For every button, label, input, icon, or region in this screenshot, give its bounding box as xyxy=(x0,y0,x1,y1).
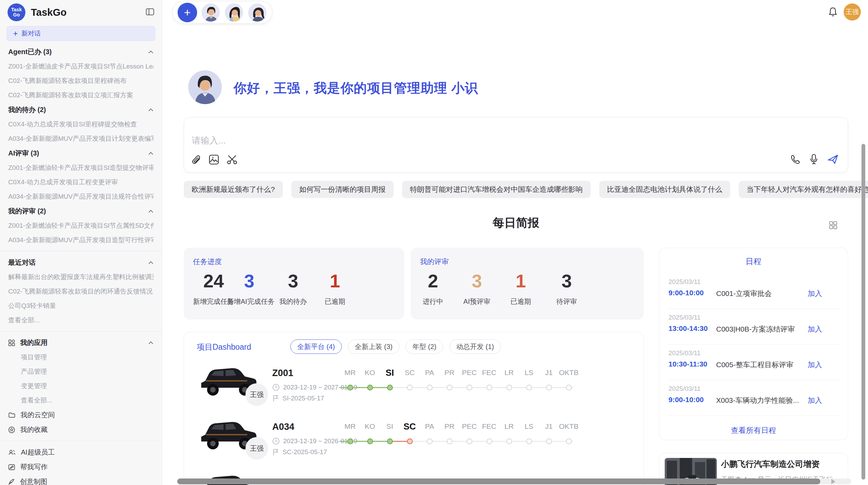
sidebar-item-change-mgmt[interactable]: 变更管理 xyxy=(8,379,154,393)
sidebar-item-ai-staff[interactable]: AI超级员工 xyxy=(8,445,154,460)
sidebar-section-my-todo[interactable]: 我的待办 (2) xyxy=(8,102,154,117)
sidebar-item[interactable]: Z001-全新燃油轻卡产品开发项目SI节点属性5D文件评审 xyxy=(8,219,154,233)
sidebar-section-my-apps[interactable]: 我的应用 xyxy=(8,335,154,350)
sidebar-item-project-mgmt[interactable]: 项目管理 xyxy=(8,350,154,364)
milestone-label: PA xyxy=(420,366,439,379)
sidebar-item[interactable]: A034-全新新能源MUV产品开发项目计划变更表编写 xyxy=(8,132,154,146)
favorites-label: 我的收藏 xyxy=(20,425,48,434)
sidebar-item[interactable]: C02-飞腾新能源轻客改款项目的闭环通告反馈情况 xyxy=(8,284,154,299)
image-icon[interactable] xyxy=(209,154,219,165)
sidebar-item-view-all[interactable]: 查看全部... xyxy=(8,313,154,327)
phone-icon[interactable] xyxy=(790,154,800,164)
notification-bell-icon[interactable] xyxy=(828,7,837,18)
milestone-dot xyxy=(360,438,380,444)
new-chat-button[interactable]: + 新对话 xyxy=(7,26,155,41)
filter-tab-year-model[interactable]: 年型 (2) xyxy=(406,339,443,354)
stat-pending-review: 3 待评审 xyxy=(544,270,589,306)
topbar-agent-pill: + xyxy=(172,1,272,24)
schedule-date: 2025/03/11 xyxy=(668,349,701,357)
view-all-schedule-link[interactable]: 查看所有日程 xyxy=(659,425,848,436)
milestone-label: LS xyxy=(519,420,539,433)
sidebar-section-my-review[interactable]: 我的评审 (2) xyxy=(8,204,154,219)
filter-tab-upfit[interactable]: 全新上装 (3) xyxy=(348,339,399,354)
chevron-up-icon xyxy=(148,210,154,213)
sidebar-item[interactable]: A034-全新新能源MUV产品开发项目法规符合性评审 xyxy=(8,189,154,204)
sidebar-section-recent-chats[interactable]: 最近对话 xyxy=(8,255,154,270)
writing-icon xyxy=(8,464,15,470)
drawing-icon xyxy=(8,478,15,485)
scissors-icon[interactable] xyxy=(227,154,238,165)
project-owner: 王强 xyxy=(245,437,268,460)
suggestion-chip[interactable]: 如何写一份清晰的项目周报 xyxy=(291,181,394,198)
project-row-z001[interactable]: 王强 Z001 2023-12-19 ~ 2027-01-19 SI-2025-… xyxy=(184,359,644,412)
filter-tab-platform[interactable]: 全新平台 (4) xyxy=(290,339,342,354)
chevron-up-icon xyxy=(148,152,154,155)
agent-avatar-2[interactable] xyxy=(224,3,244,22)
suggestion-chip[interactable]: 欧洲新规最近颁布了什么? xyxy=(184,181,283,198)
user-avatar[interactable]: 王强 xyxy=(844,3,861,21)
milestone-dot xyxy=(499,385,519,390)
milestone-dot xyxy=(559,438,579,444)
sidebar-item-favorites[interactable]: 我的收藏 xyxy=(8,422,154,437)
milestone-dot xyxy=(439,385,459,390)
send-icon[interactable] xyxy=(827,154,839,165)
sidebar-section-ai-review[interactable]: AI评审 (3) xyxy=(8,146,154,161)
chevron-up-icon xyxy=(148,50,154,54)
divider xyxy=(0,251,162,251)
vertical-scrollbar-thumb[interactable] xyxy=(861,144,865,480)
sidebar-item-product-mgmt[interactable]: 产品管理 xyxy=(8,364,154,379)
suggestion-chip[interactable]: 特朗普可能对进口汽车增税会对中国车企造成哪些影响 xyxy=(402,181,591,198)
news-title: 小鹏飞行汽车制造公司增资 xyxy=(721,459,841,470)
sidebar-item[interactable]: 解释最新出台的欧盟报废车法规再生塑料比例被调至15%... xyxy=(8,270,154,284)
card-title: 任务进度 xyxy=(193,257,222,266)
sidebar-item-drawing[interactable]: 创意制图 xyxy=(8,474,154,485)
agent-avatar-3[interactable] xyxy=(248,3,267,22)
agent-avatar-1[interactable] xyxy=(201,3,220,22)
sidebar-item[interactable]: Z001-全新燃油轻卡产品开发项目SI造型提交物评审 xyxy=(8,161,154,175)
join-link[interactable]: 加入 xyxy=(808,360,822,370)
add-agent-button[interactable]: + xyxy=(178,3,197,22)
milestone-dot xyxy=(539,438,559,444)
stat-overdue: 1 已逾期 xyxy=(313,270,357,306)
sidebar-section-agent-done[interactable]: Agent已办 (3) xyxy=(8,45,154,59)
milestone-dot xyxy=(439,438,459,444)
chevron-up-icon xyxy=(148,108,154,112)
milestone-dot xyxy=(400,385,420,390)
milestone-dot xyxy=(539,385,559,390)
schedule-time: 9:00-10:00 xyxy=(668,396,704,404)
schedule-time: 13:00-14:30 xyxy=(668,324,708,333)
sidebar-item-writing[interactable]: 帮我写作 xyxy=(8,460,154,474)
filter-tab-powertrain[interactable]: 动总开发 (1) xyxy=(449,339,501,354)
suggestion-chip[interactable]: 比亚迪全固态电池计划具体说了什么 xyxy=(599,181,730,198)
project-code: Z001 xyxy=(272,368,293,378)
milestone-label: J1 xyxy=(539,366,559,379)
project-row-a034[interactable]: 王强 A034 2023-12-19 ~ 2026-01-19 SC-2025-… xyxy=(184,413,644,466)
sidebar-item[interactable]: C02-飞腾新能源轻客改款项目里程碑画布 xyxy=(8,74,154,88)
stat-my-todo: 3 我的待办 xyxy=(271,270,315,306)
sidebar-item-cloud-space[interactable]: 我的云空间 xyxy=(8,408,154,422)
suggestion-chip[interactable]: 当下年轻人对汽车外观有怎样的喜好趋势 xyxy=(739,181,868,198)
milestone-dot xyxy=(459,438,479,444)
attachment-icon[interactable] xyxy=(192,154,201,165)
sidebar-item[interactable]: A034-全新新能源MUV产品开发项目造型可行性评审 xyxy=(8,233,154,247)
sidebar-item[interactable]: C0X4-动力总成开发项目SI里程碑提交物检查 xyxy=(8,117,154,132)
sidebar-item[interactable]: Z001-全新燃油皮卡产品开发项目SI节点Lesson Learn报告 xyxy=(8,59,154,74)
schedule-item: 2025/03/11 13:00-14:30 C003|H0B-方案冻结评审 加… xyxy=(659,314,848,349)
sidebar-item-view-all-apps[interactable]: 查看全部... xyxy=(8,393,154,408)
divider xyxy=(0,441,162,441)
sidebar-item[interactable]: 公司Q3轻卡销量 xyxy=(8,299,154,313)
join-link[interactable]: 加入 xyxy=(808,324,822,334)
milestone-dot xyxy=(479,385,499,390)
sidebar-item[interactable]: C02-飞腾新能源轻客改款项目立项汇报方案 xyxy=(8,88,154,102)
milestone-dot xyxy=(519,385,539,390)
chat-input[interactable] xyxy=(192,135,500,146)
collapse-sidebar-icon[interactable] xyxy=(146,8,154,17)
join-link[interactable]: 加入 xyxy=(808,289,822,298)
horizontal-scrollbar-thumb[interactable] xyxy=(177,478,820,484)
join-link[interactable]: 加入 xyxy=(808,396,822,405)
scroll-right-arrow[interactable] xyxy=(831,479,835,484)
sidebar-item[interactable]: C0X4-动力总成开发项目工程变更评审 xyxy=(8,175,154,189)
section-title: AI评审 (3) xyxy=(8,149,39,158)
grid-view-icon[interactable] xyxy=(829,221,837,231)
microphone-icon[interactable] xyxy=(809,154,818,165)
